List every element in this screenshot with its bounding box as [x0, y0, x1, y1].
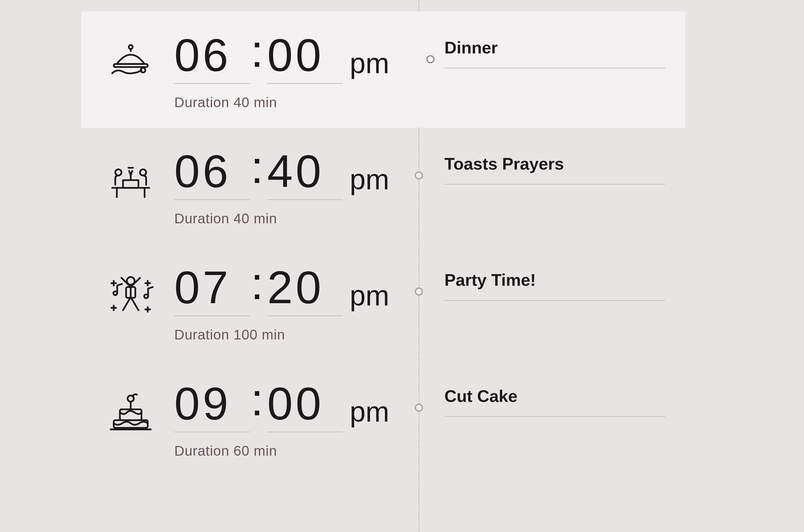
event-minute-field[interactable]: 00	[267, 380, 343, 432]
event-name-field[interactable]: Toasts Prayers	[444, 154, 665, 185]
dinner-icon	[93, 29, 168, 87]
timeline-node-dot	[415, 287, 423, 296]
party-icon	[93, 261, 168, 319]
event-meridiem[interactable]: pm	[349, 261, 415, 312]
timeline-entries: 06 : 00 Duration 40 min pm Dinner 06	[93, 12, 703, 476]
event-hour-field[interactable]: 07	[174, 264, 250, 316]
event-meridiem[interactable]: pm	[349, 378, 415, 428]
timeline-node	[415, 378, 438, 476]
event-time[interactable]: 07 : 20 Duration 100 min	[168, 261, 349, 343]
timeline-event[interactable]: 07 : 20 Duration 100 min pm Party Time!	[93, 244, 703, 360]
event-name-field[interactable]: Cut Cake	[444, 386, 665, 417]
timeline-node	[415, 29, 438, 128]
event-duration: Duration 60 min	[174, 443, 349, 459]
timeline-event[interactable]: 06 : 40 Duration 40 min pm Toasts Prayer…	[93, 128, 703, 244]
event-meridiem[interactable]: pm	[349, 29, 415, 80]
time-colon: :	[250, 28, 267, 74]
event-time[interactable]: 06 : 00 Duration 40 min	[168, 29, 349, 110]
event-meridiem[interactable]: pm	[349, 145, 415, 196]
event-hour-field[interactable]: 06	[174, 148, 250, 200]
time-colon: :	[250, 260, 267, 306]
timeline-node	[415, 261, 438, 360]
event-hour-field[interactable]: 09	[174, 380, 250, 432]
cake-icon	[93, 378, 168, 436]
event-minute-field[interactable]: 40	[267, 148, 343, 200]
toasts-icon	[93, 145, 168, 203]
timeline-event[interactable]: 06 : 00 Duration 40 min pm Dinner	[81, 12, 686, 128]
timeline-node-dot	[415, 404, 423, 412]
event-duration: Duration 100 min	[174, 327, 349, 343]
event-hour-field[interactable]: 06	[174, 32, 250, 84]
timeline-node-dot	[415, 171, 423, 179]
event-duration: Duration 40 min	[174, 211, 349, 227]
event-time[interactable]: 06 : 40 Duration 40 min	[168, 145, 349, 227]
timeline-node	[415, 145, 438, 244]
event-duration: Duration 40 min	[174, 94, 349, 110]
event-minute-field[interactable]: 20	[267, 264, 343, 316]
event-minute-field[interactable]: 00	[267, 32, 343, 84]
timeline-node-dot	[426, 55, 434, 63]
event-name-field[interactable]: Party Time!	[444, 270, 665, 301]
event-time[interactable]: 09 : 00 Duration 60 min	[168, 378, 349, 459]
time-colon: :	[250, 144, 267, 190]
time-colon: :	[250, 376, 267, 422]
event-name-field[interactable]: Dinner	[444, 38, 665, 69]
timeline-event[interactable]: 09 : 00 Duration 60 min pm Cut Cake	[93, 360, 703, 476]
timeline-stage: 06 : 00 Duration 40 min pm Dinner 06	[0, 0, 804, 532]
